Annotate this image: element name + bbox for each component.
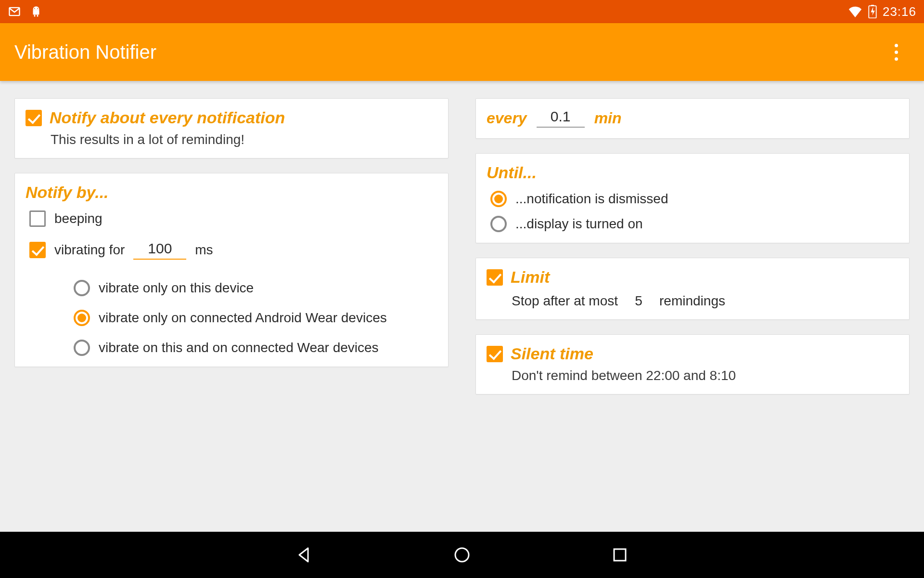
radio-vibrate-wear[interactable] bbox=[74, 310, 90, 326]
card-notify-every: Notify about every notification This res… bbox=[14, 98, 449, 158]
checkbox-limit[interactable] bbox=[487, 269, 503, 286]
label-vibrate-both: vibrate on this and on connected Wear de… bbox=[99, 340, 379, 355]
svg-point-8 bbox=[455, 548, 469, 562]
label-limit-prefix: Stop after at most bbox=[512, 293, 618, 309]
svg-point-4 bbox=[34, 8, 35, 9]
heading-until: Until... bbox=[487, 163, 898, 182]
card-until: Until... ...notification is dismissed ..… bbox=[475, 153, 910, 243]
radio-vibrate-this-device[interactable] bbox=[74, 280, 90, 296]
heading-notify-every: Notify about every notification bbox=[50, 108, 285, 127]
gmail-icon bbox=[8, 5, 21, 18]
checkbox-vibrating[interactable] bbox=[29, 242, 46, 258]
svg-rect-1 bbox=[33, 10, 39, 15]
overflow-menu-button[interactable] bbox=[883, 39, 910, 66]
label-beeping: beeping bbox=[54, 211, 103, 226]
label-interval-suffix: min bbox=[594, 109, 622, 127]
label-until-display-on: ...display is turned on bbox=[515, 216, 643, 232]
label-vibrate-this-device: vibrate only on this device bbox=[99, 280, 254, 296]
card-notify-by: Notify by... beeping vibrating for ms vi… bbox=[14, 173, 449, 367]
card-interval: every min bbox=[475, 98, 910, 139]
nav-recents-button[interactable] bbox=[608, 543, 631, 566]
label-until-dismissed: ...notification is dismissed bbox=[515, 191, 668, 207]
card-silent-time: Silent time Don't remind between 22:00 a… bbox=[475, 334, 910, 394]
input-limit-count[interactable]: 5 bbox=[630, 293, 647, 309]
nav-home-button[interactable] bbox=[450, 543, 474, 566]
battery-charging-icon bbox=[868, 5, 877, 18]
label-interval-prefix: every bbox=[487, 109, 527, 127]
app-bar: Vibration Notifier bbox=[0, 23, 924, 81]
subtitle-notify-every: This results in a lot of reminding! bbox=[26, 132, 437, 147]
app-title: Vibration Notifier bbox=[14, 41, 156, 63]
android-icon bbox=[30, 5, 42, 18]
svg-point-5 bbox=[37, 8, 38, 9]
svg-rect-2 bbox=[34, 15, 36, 17]
status-bar: 23:16 bbox=[0, 0, 924, 23]
radio-vibrate-both[interactable] bbox=[74, 340, 90, 356]
svg-rect-3 bbox=[37, 15, 38, 17]
label-vibrating-prefix: vibrating for bbox=[54, 242, 125, 258]
wifi-icon bbox=[848, 6, 862, 17]
radio-until-display-on[interactable] bbox=[490, 216, 507, 232]
navigation-bar bbox=[0, 532, 924, 578]
label-limit-suffix: remindings bbox=[659, 293, 725, 309]
input-interval-min[interactable] bbox=[537, 108, 585, 128]
label-silent-range: Don't remind between 22:00 and 8:10 bbox=[487, 368, 898, 383]
label-vibrating-suffix: ms bbox=[195, 242, 213, 258]
heading-limit: Limit bbox=[511, 268, 550, 287]
nav-back-button[interactable] bbox=[293, 543, 316, 566]
svg-rect-7 bbox=[871, 5, 874, 6]
svg-rect-9 bbox=[614, 549, 626, 561]
status-clock: 23:16 bbox=[883, 4, 916, 19]
checkbox-beeping[interactable] bbox=[29, 210, 46, 227]
input-vibrate-ms[interactable] bbox=[133, 240, 186, 260]
heading-notify-by: Notify by... bbox=[26, 183, 437, 202]
card-limit: Limit Stop after at most 5 remindings bbox=[475, 258, 910, 320]
heading-silent: Silent time bbox=[511, 344, 593, 363]
checkbox-silent[interactable] bbox=[487, 346, 503, 362]
radio-until-dismissed[interactable] bbox=[490, 191, 507, 207]
checkbox-notify-every[interactable] bbox=[26, 110, 42, 126]
label-vibrate-wear: vibrate only on connected Android Wear d… bbox=[99, 310, 387, 326]
